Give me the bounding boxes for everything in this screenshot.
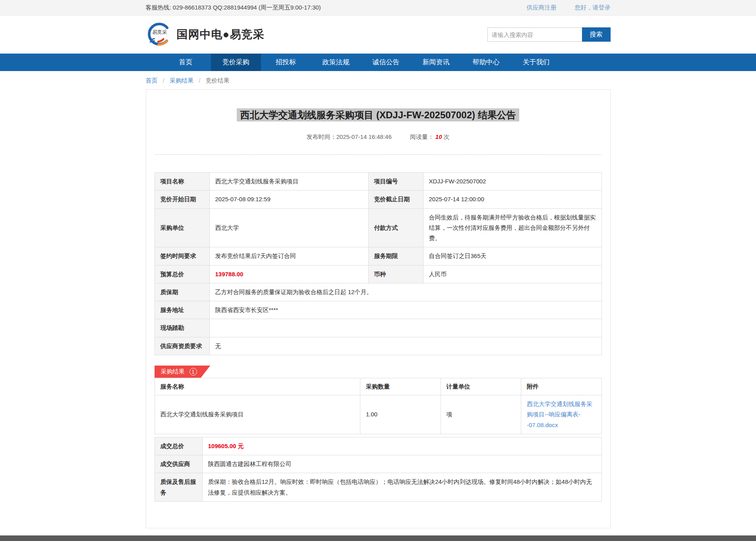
hotline-text: 客服热线: 029-86618373 QQ:2881944994 (周一至周五9…	[146, 4, 321, 12]
attachment-link[interactable]: 西北大学交通划线服务采购项目--响应偏离表--07.08.docx	[527, 400, 592, 428]
dashed-divider	[155, 154, 602, 155]
field-label: 签约时间要求	[155, 247, 209, 265]
search-button[interactable]: 搜索	[582, 27, 611, 42]
field-value: 2025-07-14 12:00:00	[423, 191, 601, 208]
column-header-unit: 计量单位	[441, 378, 521, 395]
field-value: 西北大学交通划线服务采购项目	[209, 173, 368, 191]
breadcrumb-separator: /	[199, 77, 200, 84]
footer: 北京国网中电软件股份有限公司 ☎ 电话： 029-86618373/138110…	[0, 535, 756, 541]
warranty-value: 质保期：验收合格后12月。响应时效：即时响应（包括电话响应）；电话响应无法解决2…	[202, 473, 601, 502]
field-value: 陕西省西安市长安区****	[209, 301, 601, 319]
nav-item-bidding-purchase[interactable]: 竞价采购	[211, 54, 261, 71]
field-label: 质保及售后服务	[155, 473, 202, 502]
supplier-value: 陕西圆通古建园林工程有限公司	[202, 455, 601, 473]
login-link[interactable]: 您好，请登录	[575, 4, 611, 12]
service-name-cell: 西北大学交通划线服务采购项目	[155, 395, 360, 434]
topbar: 客服热线: 029-86618373 QQ:2881944994 (周一至周五9…	[0, 0, 756, 15]
breadcrumb-current: 竞价结果	[206, 77, 230, 84]
table-row: 签约时间要求 发布竞价结果后7天内签订合同 服务期限 自合同签订之日365天	[155, 247, 601, 265]
result-table: 服务名称 采购数量 计量单位 附件 西北大学交通划线服务采购项目 1.00 项 …	[155, 378, 602, 434]
table-row: 采购单位 西北大学 付款方式 合同生效后，待服务期满并经甲方验收合格后，根据划线…	[155, 208, 601, 247]
field-label: 现场踏勘	[155, 319, 209, 337]
breadcrumb-separator: /	[163, 77, 164, 84]
table-row: 竞价开始日期 2025-07-08 09:12:59 竞价截止日期 2025-0…	[155, 191, 601, 208]
result-count-badge: 1	[189, 368, 197, 375]
table-header-row: 服务名称 采购数量 计量单位 附件	[155, 378, 601, 395]
table-row: 现场踏勘	[155, 319, 601, 337]
nav-item-news[interactable]: 新闻资讯	[411, 54, 461, 71]
nav-item-help[interactable]: 帮助中心	[461, 54, 511, 71]
field-value: 人民币	[423, 265, 601, 283]
svg-text:易竞采: 易竞采	[152, 29, 167, 35]
field-label: 预算总价	[155, 265, 209, 283]
column-header-attachment: 附件	[521, 378, 602, 395]
breadcrumb-purchase-results[interactable]: 采购结果	[170, 77, 193, 84]
result-section-header: 采购结果 1	[155, 366, 602, 378]
field-value: 2025-07-08 09:12:59	[209, 191, 368, 208]
deal-table: 成交总价 109605.00 元 成交供应商 陕西圆通古建园林工程有限公司 质保…	[155, 437, 602, 502]
publish-time-label: 发布时间：	[307, 133, 336, 140]
field-label: 币种	[368, 265, 423, 283]
site-logo-icon: 易竞采	[146, 21, 172, 48]
field-label: 项目编号	[368, 173, 423, 191]
field-label: 竞价开始日期	[155, 191, 209, 208]
field-value: XDJJ-FW-202507002	[423, 173, 601, 191]
column-header-quantity: 采购数量	[360, 378, 441, 395]
table-row: 预算总价 139788.00 币种 人民币	[155, 265, 601, 283]
attachment-cell: 西北大学交通划线服务采购项目--响应偏离表--07.08.docx	[521, 395, 602, 434]
field-label: 竞价截止日期	[368, 191, 423, 208]
nav-item-policy[interactable]: 政策法规	[311, 54, 361, 71]
field-value: 西北大学	[209, 208, 368, 247]
field-value	[209, 319, 601, 337]
breadcrumb: 首页 / 采购结果 / 竞价结果	[146, 77, 611, 85]
field-value: 合同生效后，待服务期满并经甲方验收合格后，根据划线量据实结算，一次性付清对应服务…	[423, 208, 601, 247]
field-value: 无	[209, 337, 601, 355]
budget-total-value: 139788.00	[209, 265, 368, 283]
views-unit: 次	[443, 133, 449, 140]
table-row: 成交总价 109605.00 元	[155, 437, 601, 455]
nav-item-integrity[interactable]: 诚信公告	[361, 54, 411, 71]
column-header-service: 服务名称	[155, 378, 360, 395]
brand-name: 国网中电●易竞采	[177, 27, 265, 42]
main-nav: 首页 竞价采购 招投标 政策法规 诚信公告 新闻资讯 帮助中心 关于我们	[0, 54, 756, 71]
table-row: 项目名称 西北大学交通划线服务采购项目 项目编号 XDJJ-FW-2025070…	[155, 173, 601, 191]
publish-time: 2025-07-14 16:48:46	[336, 133, 392, 140]
nav-item-tender[interactable]: 招投标	[261, 54, 311, 71]
result-ribbon: 采购结果 1	[155, 366, 211, 378]
supplier-register-link[interactable]: 供应商注册	[527, 4, 557, 12]
project-info-table: 项目名称 西北大学交通划线服务采购项目 项目编号 XDJJ-FW-2025070…	[155, 172, 602, 355]
quantity-cell: 1.00	[360, 395, 441, 434]
table-row: 成交供应商 陕西圆通古建园林工程有限公司	[155, 455, 601, 473]
field-label: 付款方式	[368, 208, 423, 247]
field-label: 服务期限	[368, 247, 423, 265]
field-label: 供应商资质要求	[155, 337, 209, 355]
page-title: 西北大学交通划线服务采购项目 (XDJJ-FW-202507002) 结果公告	[155, 109, 602, 121]
search-box: 搜索	[487, 27, 611, 42]
table-row: 供应商资质要求 无	[155, 337, 601, 355]
table-row: 质保期 乙方对合同服务的质量保证期为验收合格后之日起 12个月。	[155, 283, 601, 301]
nav-item-about[interactable]: 关于我们	[511, 54, 561, 71]
breadcrumb-home[interactable]: 首页	[146, 77, 158, 84]
header: 易竞采 国网中电●易竞采 搜索	[0, 15, 756, 54]
search-input[interactable]	[487, 27, 582, 42]
views-count: 10	[435, 133, 442, 140]
table-row: 服务地址 陕西省西安市长安区****	[155, 301, 601, 319]
unit-cell: 项	[441, 395, 521, 434]
field-label: 质保期	[155, 283, 209, 301]
field-label: 采购单位	[155, 208, 209, 247]
brand: 易竞采 国网中电●易竞采	[146, 21, 265, 48]
views-label: 阅读量：	[410, 133, 434, 140]
nav-item-home[interactable]: 首页	[161, 54, 211, 71]
field-label: 服务地址	[155, 301, 209, 319]
announcement-panel: 西北大学交通划线服务采购项目 (XDJJ-FW-202507002) 结果公告 …	[146, 89, 611, 528]
table-row: 质保及售后服务 质保期：验收合格后12月。响应时效：即时响应（包括电话响应）；电…	[155, 473, 601, 502]
field-label: 项目名称	[155, 173, 209, 191]
ribbon-label: 采购结果	[161, 368, 185, 375]
announcement-meta: 发布时间：2025-07-14 16:48:46阅读量：10次	[155, 133, 602, 141]
field-label: 成交总价	[155, 437, 202, 455]
field-label: 成交供应商	[155, 455, 202, 473]
field-value: 自合同签订之日365天	[423, 247, 601, 265]
field-value: 发布竞价结果后7天内签订合同	[209, 247, 368, 265]
table-row: 西北大学交通划线服务采购项目 1.00 项 西北大学交通划线服务采购项目--响应…	[155, 395, 601, 434]
field-value: 乙方对合同服务的质量保证期为验收合格后之日起 12个月。	[209, 283, 601, 301]
